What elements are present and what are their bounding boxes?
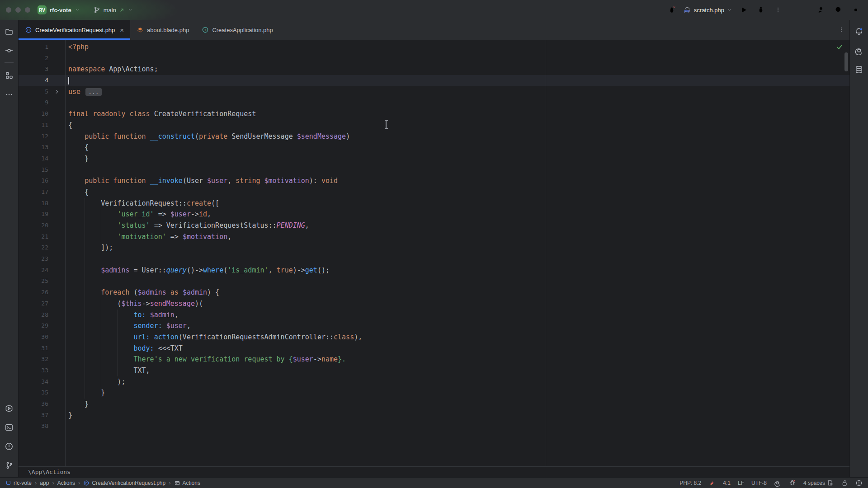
project-tool-button[interactable] <box>2 24 16 39</box>
inspections-ok-check-icon[interactable] <box>835 43 844 51</box>
code-line[interactable]: 28 to: $admin, <box>19 310 849 321</box>
line-number[interactable]: 33 <box>19 365 48 376</box>
line-number[interactable]: 24 <box>19 265 48 276</box>
code-line[interactable]: 22 ]); <box>19 242 849 253</box>
code-line[interactable]: 2 <box>19 53 849 64</box>
line-number[interactable]: 16 <box>19 175 48 187</box>
more-tool-windows-button[interactable] <box>2 87 16 102</box>
code-line[interactable]: 15 <box>19 164 849 176</box>
line-number[interactable]: 11 <box>19 120 48 131</box>
line-number[interactable]: 30 <box>19 332 48 343</box>
code-line[interactable]: 4 <box>19 75 849 86</box>
encoding-widget[interactable]: UTF-8 <box>751 480 767 486</box>
line-number[interactable]: 21 <box>19 231 48 243</box>
breadcrumb-actions[interactable]: Actions <box>57 480 75 486</box>
code-line[interactable]: 12 public function __construct(private S… <box>19 131 849 142</box>
laravel-idea-icon[interactable] <box>708 479 716 487</box>
line-number[interactable]: 10 <box>19 108 48 120</box>
project-widget[interactable]: RV rfc-vote <box>38 5 80 14</box>
line-number[interactable]: 18 <box>19 198 48 209</box>
code-line[interactable]: 25 <box>19 276 849 287</box>
line-number[interactable]: 32 <box>19 354 48 365</box>
search-button[interactable] <box>833 4 844 16</box>
code-line[interactable]: 16 public function __invoke(User $user, … <box>19 175 849 187</box>
line-number[interactable]: 14 <box>19 153 48 164</box>
line-number[interactable]: 13 <box>19 142 48 153</box>
code-line[interactable]: 9 <box>19 97 849 108</box>
line-number[interactable]: 5 <box>19 86 48 98</box>
git-tool-button[interactable] <box>2 458 16 473</box>
commit-tool-button[interactable] <box>2 43 16 58</box>
code-line[interactable]: 37} <box>19 410 849 421</box>
code-line[interactable]: 17 { <box>19 187 849 198</box>
laravel-tool-button[interactable] <box>852 43 866 58</box>
line-number[interactable]: 25 <box>19 276 48 287</box>
line-number[interactable]: 28 <box>19 310 48 321</box>
code-line[interactable]: 30 url: action(VerificationRequestsAdmin… <box>19 332 849 343</box>
problems-tool-button[interactable] <box>2 439 16 454</box>
notifications-button[interactable] <box>852 24 866 39</box>
breadcrumb-project[interactable]: rfc-vote <box>5 480 32 486</box>
settings-gear-button[interactable] <box>850 4 862 16</box>
editor-scrollbar[interactable] <box>844 52 848 71</box>
line-number[interactable]: 31 <box>19 343 48 354</box>
code-line[interactable]: 23 <box>19 253 849 265</box>
line-number[interactable]: 35 <box>19 387 48 399</box>
line-number[interactable]: 15 <box>19 164 48 176</box>
line-number[interactable]: 38 <box>19 421 48 432</box>
line-number[interactable]: 27 <box>19 298 48 310</box>
code-line[interactable]: 27 ($this->sendMessage)( <box>19 298 849 310</box>
code-line[interactable]: 31 body: <<<TXT <box>19 343 849 354</box>
code-line[interactable]: 13 { <box>19 142 849 153</box>
zoom-button[interactable] <box>25 7 30 13</box>
fold-expand-icon[interactable] <box>48 86 65 98</box>
xdebug-off-icon[interactable] <box>788 479 796 487</box>
terminal-tool-button[interactable] <box>2 420 16 435</box>
line-number[interactable]: 20 <box>19 220 48 231</box>
code-line[interactable]: 11{ <box>19 120 849 131</box>
breadcrumb-app[interactable]: app <box>40 480 49 486</box>
code-editor[interactable]: 1<?php23namespace App\Actions;45use ...9… <box>19 40 849 466</box>
structure-tool-button[interactable] <box>2 68 16 83</box>
line-number[interactable]: 26 <box>19 287 48 298</box>
code-line[interactable]: 3namespace App\Actions; <box>19 64 849 75</box>
code-line[interactable]: 38 <box>19 421 849 432</box>
line-number[interactable]: 23 <box>19 253 48 265</box>
line-number[interactable]: 12 <box>19 131 48 142</box>
minimize-button[interactable] <box>15 7 21 13</box>
debug-listener-off-button[interactable] <box>666 4 678 16</box>
code-line[interactable]: 29 sender: $user, <box>19 320 849 332</box>
line-number[interactable]: 17 <box>19 187 48 198</box>
run-configuration-select[interactable]: php scratch.php <box>683 6 732 14</box>
line-separator-widget[interactable]: LF <box>738 480 744 486</box>
line-number[interactable]: 1 <box>19 42 48 53</box>
code-line[interactable]: 5use ... <box>19 86 849 98</box>
line-number[interactable]: 19 <box>19 209 48 220</box>
tab-creates-application[interactable]: T CreatesApplication.php <box>195 20 279 40</box>
database-tool-button[interactable] <box>852 62 866 77</box>
line-number[interactable]: 29 <box>19 320 48 332</box>
php-version-widget[interactable]: PHP: 8.2 <box>679 480 701 486</box>
tab-list-menu-button[interactable] <box>833 20 849 40</box>
unlocked-padlock-icon[interactable] <box>841 479 848 487</box>
line-number[interactable]: 4 <box>19 75 48 86</box>
line-number[interactable]: 34 <box>19 376 48 388</box>
code-line[interactable]: 10final readonly class CreateVerificatio… <box>19 108 849 120</box>
code-line[interactable]: 20 'status' => VerificationRequestStatus… <box>19 220 849 231</box>
tab-create-verification-request[interactable]: C CreateVerificationRequest.php × <box>19 20 130 40</box>
services-tool-button[interactable] <box>2 401 16 416</box>
code-line[interactable]: 19 'user_id' => $user->id, <box>19 209 849 220</box>
code-line[interactable]: 35 } <box>19 387 849 399</box>
code-line[interactable]: 18 VerificationRequest::create([ <box>19 198 849 209</box>
close-icon[interactable]: × <box>120 27 124 33</box>
code-line[interactable]: 1<?php <box>19 42 849 53</box>
code-line[interactable]: 21 'motivation' => $motivation, <box>19 231 849 243</box>
line-number[interactable]: 2 <box>19 53 48 64</box>
more-actions-button[interactable] <box>772 4 784 16</box>
code-line[interactable]: 32 There's a new verification request by… <box>19 354 849 365</box>
code-line[interactable]: 14 } <box>19 153 849 164</box>
indent-widget[interactable]: 4 spaces <box>803 479 834 486</box>
circle-exclamation-icon[interactable] <box>855 479 863 487</box>
code-line[interactable]: 26 foreach ($admins as $admin) { <box>19 287 849 298</box>
add-user-button[interactable] <box>816 4 827 16</box>
